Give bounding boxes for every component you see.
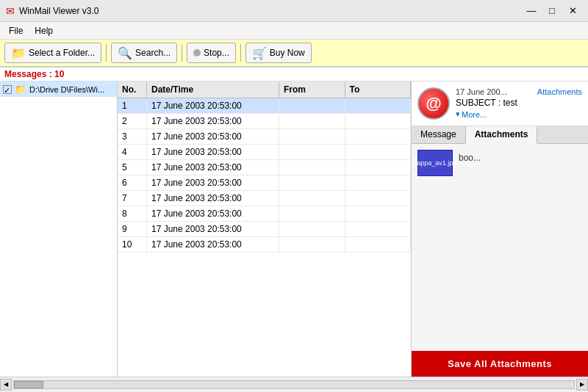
buy-now-button[interactable]: 🛒 Buy Now [245,43,312,63]
menu-bar: File Help [0,22,588,40]
cell-to [345,114,412,128]
scroll-right-arrow[interactable]: ▶ [576,379,588,391]
cell-to [345,175,412,190]
toolbar-separator-1 [106,44,107,62]
cell-datetime: 17 June 2003 20:53:00 [147,114,279,128]
tab-attachments[interactable]: Attachments [466,126,538,144]
cell-datetime: 17 June 2003 20:53:00 [147,129,279,144]
attachments-link[interactable]: Attachments [537,87,582,96]
cell-no: 9 [118,222,147,236]
table-row[interactable]: 9 17 June 2003 20:53:00 [118,222,411,237]
folder-icon: 📁 [11,46,26,60]
maximize-button[interactable]: □ [542,3,562,19]
search-icon: 🔍 [118,46,132,60]
preview-subject: SUBJECT : test [456,98,582,108]
title-bar-controls: — □ ✕ [522,3,582,19]
menu-help[interactable]: Help [29,24,59,37]
app-title: WinMail Viewer v3.0 [19,6,98,16]
folder-checkbox[interactable]: ✓ [3,85,12,94]
search-button[interactable]: 🔍 Search... [111,43,177,63]
cell-to [345,222,412,236]
toolbar-separator-3 [240,44,241,62]
sidebar-folder-icon: 📁 [15,84,26,95]
cell-to [345,98,412,113]
cell-from [279,206,345,221]
menu-file[interactable]: File [3,24,29,37]
preview-more[interactable]: ▾ More... [456,109,582,119]
cart-icon: 🛒 [252,46,267,60]
attachment-description: boo... [459,150,481,163]
table-row[interactable]: 6 17 June 2003 20:53:00 [118,175,411,191]
cell-no: 4 [118,145,147,159]
table-row[interactable]: 8 17 June 2003 20:53:00 [118,206,411,222]
chevron-down-icon: ▾ [456,109,460,119]
messages-count: Messages : 10 [4,69,64,79]
cell-no: 3 [118,129,147,144]
cell-from [279,129,345,144]
title-bar-left: ✉ WinMail Viewer v3.0 [6,5,98,17]
cell-to [345,145,412,159]
save-all-attachments-button[interactable]: Save All Attachments [412,351,588,377]
stop-button[interactable]: Stop... [187,43,236,63]
cell-from [279,175,345,190]
cell-datetime: 17 June 2003 20:53:00 [147,222,279,236]
cell-from [279,98,345,113]
table-row[interactable]: 7 17 June 2003 20:53:00 [118,191,411,206]
cell-from [279,222,345,236]
preview-date: 17 June 200... [456,87,507,96]
col-no: No. [118,81,147,98]
table-row[interactable]: 5 17 June 2003 20:53:00 [118,160,411,175]
email-icon: @ [417,87,450,120]
col-to: To [345,81,412,98]
horizontal-scrollbar-thumb[interactable] [14,381,43,388]
table-row[interactable]: 3 17 June 2003 20:53:00 [118,129,411,145]
title-bar: ✉ WinMail Viewer v3.0 — □ ✕ [0,0,588,22]
table-row[interactable]: 1 17 June 2003 20:53:00 [118,98,411,114]
cell-no: 5 [118,160,147,175]
cell-from [279,191,345,206]
tab-message[interactable]: Message [412,126,466,143]
scroll-left-arrow[interactable]: ◀ [0,379,12,391]
cell-no: 7 [118,191,147,206]
list-body: 1 17 June 2003 20:53:00 2 17 June 2003 2… [118,98,411,377]
cell-to [345,129,412,144]
sidebar-folder-item[interactable]: ✓ 📁 D:\Drive D\Files\Wi... [0,81,117,97]
cell-from [279,160,345,175]
table-row[interactable]: 4 17 June 2003 20:53:00 [118,145,411,160]
cell-to [345,191,412,206]
close-button[interactable]: ✕ [563,3,582,19]
table-row[interactable]: 2 17 June 2003 20:53:00 [118,114,411,129]
message-list: No. Date/Time From To 1 17 June 2003 20:… [118,81,412,377]
preview-meta: 17 June 200... Attachments SUBJECT : tes… [456,87,582,119]
stop-icon [193,49,201,57]
horizontal-scrollbar-track[interactable] [13,380,575,389]
cell-to [345,237,412,252]
preview-header: @ 17 June 200... Attachments SUBJECT : t… [412,81,588,126]
sidebar-folder-path: D:\Drive D\Files\Wi... [29,85,104,94]
cell-datetime: 17 June 2003 20:53:00 [147,145,279,159]
cell-from [279,114,345,128]
table-row[interactable]: 10 17 June 2003 20:53:00 [118,237,411,253]
app-icon: ✉ [6,5,15,17]
preview-tabs: Message Attachments [412,126,588,144]
toolbar-separator-2 [182,44,182,62]
cell-datetime: 17 June 2003 20:53:00 [147,237,279,252]
select-folder-button[interactable]: 📁 Select a Folder... [4,43,101,63]
cell-datetime: 17 June 2003 20:53:00 [147,98,279,113]
cell-datetime: 17 June 2003 20:53:00 [147,175,279,190]
cell-datetime: 17 June 2003 20:53:00 [147,160,279,175]
cell-no: 10 [118,237,147,252]
attachment-thumbnail: zappa_av1.jpg [417,150,453,176]
bottom-scrollbar: ◀ ▶ [0,377,588,391]
attachment-item[interactable]: zappa_av1.jpg [417,150,453,176]
minimize-button[interactable]: — [522,3,541,19]
toolbar: 📁 Select a Folder... 🔍 Search... Stop...… [0,40,588,68]
cell-to [345,160,412,175]
attachments-area: zappa_av1.jpg boo... [412,144,588,351]
col-from: From [279,81,345,98]
cell-no: 2 [118,114,147,128]
preview-panel: @ 17 June 200... Attachments SUBJECT : t… [412,81,588,377]
cell-to [345,206,412,221]
cell-datetime: 17 June 2003 20:53:00 [147,191,279,206]
cell-datetime: 17 June 2003 20:53:00 [147,206,279,221]
